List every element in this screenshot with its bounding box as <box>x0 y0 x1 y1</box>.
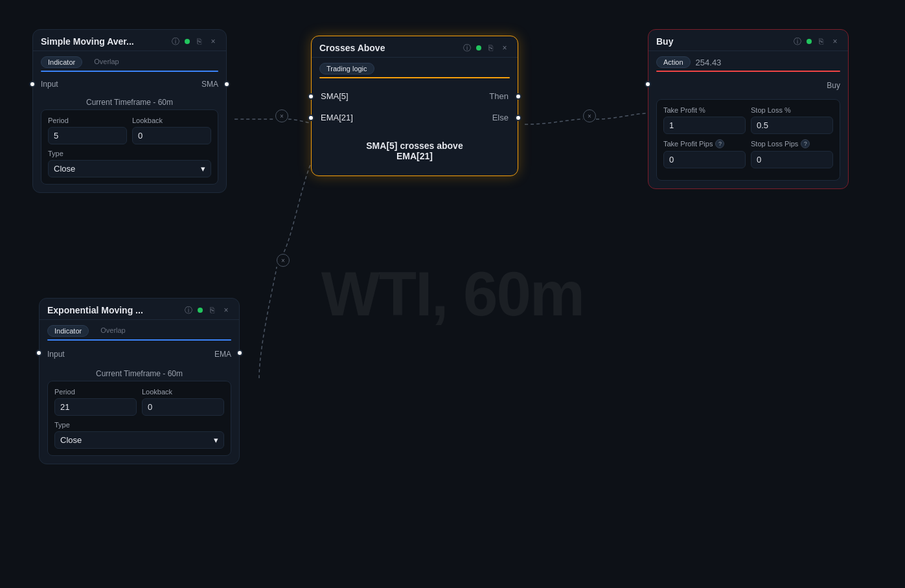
ema-info-icon[interactable]: ⓘ <box>183 305 194 315</box>
crosses-logic-keyword-text: crosses above <box>400 141 463 151</box>
buy-info-icon[interactable]: ⓘ <box>792 36 803 47</box>
crosses-copy-icon[interactable]: ⎘ <box>485 43 496 53</box>
stop-loss-pips-input[interactable] <box>751 151 833 168</box>
take-profit-pips-help-icon[interactable]: ? <box>715 139 724 148</box>
ema-tab-overlap[interactable]: Overlap <box>94 325 132 337</box>
sma-lookback-input[interactable] <box>132 127 211 144</box>
sma-close-icon[interactable]: × <box>208 36 218 47</box>
x-connector-1[interactable]: × <box>275 109 288 122</box>
ema-tab-indicator[interactable]: Indicator <box>47 325 89 337</box>
ema-card-title: Exponential Moving ... <box>47 305 179 315</box>
sma-output-label: SMA <box>201 80 218 89</box>
buy-body: Buy Take Profit % Stop Loss % <box>648 72 848 188</box>
ema-lookback-input[interactable] <box>142 398 224 416</box>
ema-card: Exponential Moving ... ⓘ ⎘ × Indicator O… <box>39 298 240 464</box>
ema-type-label: Type <box>54 421 224 429</box>
crosses-logic-part1: SMA[5] <box>366 141 397 151</box>
ema-tabs: Indicator Overlap <box>40 320 239 339</box>
ema-status-dot <box>198 308 203 313</box>
sma-input-port[interactable] <box>29 81 36 87</box>
sma-card: Simple Moving Aver... ⓘ ⎘ × Indicator Ov… <box>32 29 227 193</box>
sma-tabs: Indicator Overlap <box>33 51 226 71</box>
stop-loss-pct-input[interactable] <box>751 117 833 134</box>
crosses-status-dot <box>476 45 481 51</box>
crosses-sma-label: SMA[5] <box>321 91 349 101</box>
sma-type-chevron: ▾ <box>201 164 205 174</box>
crosses-ema-port[interactable] <box>308 115 314 121</box>
sma-period-label: Period <box>48 117 127 124</box>
buy-copy-icon[interactable]: ⎘ <box>816 36 826 47</box>
ema-copy-icon[interactable]: ⎘ <box>207 305 217 315</box>
stop-loss-pips-help-icon[interactable]: ? <box>801 139 810 148</box>
crosses-then-label: Then <box>489 91 509 101</box>
crosses-else-port[interactable] <box>515 115 521 121</box>
sma-type-value: Close <box>54 164 75 174</box>
ema-period-label: Period <box>54 388 137 396</box>
crosses-tabs: Trading logic <box>312 58 518 77</box>
buy-port-row: Buy <box>656 80 840 91</box>
buy-card-title: Buy <box>656 36 788 47</box>
buy-status-dot <box>807 39 812 44</box>
sma-card-title: Simple Moving Aver... <box>41 36 166 47</box>
ema-timeframe: Current Timeframe - 60m <box>47 365 231 381</box>
crosses-logic-part2: EMA[21] <box>396 151 433 161</box>
sma-copy-icon[interactable]: ⎘ <box>194 36 204 47</box>
crosses-card: Crosses Above ⓘ ⎘ × Trading logic SMA[5] <box>311 36 518 176</box>
buy-tabs: Action 254.43 <box>648 51 848 71</box>
take-profit-pct-label: Take Profit % <box>663 106 746 114</box>
ema-close-icon[interactable]: × <box>221 305 231 315</box>
sma-info-icon[interactable]: ⓘ <box>170 36 181 47</box>
ema-type-chevron: ▾ <box>214 435 218 445</box>
stop-loss-pips-label: Stop Loss Pips ? <box>751 139 833 148</box>
sma-input-label: Input <box>41 80 58 89</box>
sma-card-header: Simple Moving Aver... ⓘ ⎘ × <box>33 30 226 51</box>
x-connector-3[interactable]: × <box>277 254 290 267</box>
buy-input-port[interactable] <box>645 81 651 87</box>
crosses-body: SMA[5] EMA[21] Then Else <box>312 78 518 175</box>
sma-output-port[interactable] <box>223 81 230 87</box>
ema-input-port[interactable] <box>36 350 42 356</box>
crosses-sma-port[interactable] <box>308 93 314 100</box>
ema-lookback-label: Lookback <box>142 388 224 396</box>
ema-type-select[interactable]: Close ▾ <box>54 431 224 449</box>
buy-close-icon[interactable]: × <box>830 36 840 47</box>
canvas: WTI, 60m × × × Simple Moving Aver... ⓘ ⎘… <box>0 0 905 588</box>
take-profit-pips-label: Take Profit Pips ? <box>663 139 746 148</box>
crosses-close-icon[interactable]: × <box>499 43 510 53</box>
crosses-card-title: Crosses Above <box>319 43 458 53</box>
sma-type-select[interactable]: Close ▾ <box>48 160 211 177</box>
x-connector-2[interactable]: × <box>583 109 596 122</box>
crosses-card-header: Crosses Above ⓘ ⎘ × <box>312 36 518 58</box>
ema-input-label: Input <box>47 350 65 359</box>
sma-period-input[interactable] <box>48 127 127 144</box>
ema-period-input[interactable] <box>54 398 137 416</box>
ema-output-label: EMA <box>214 350 231 359</box>
sma-lookback-label: Lookback <box>132 117 211 124</box>
crosses-ema-label: EMA[21] <box>321 113 353 122</box>
ema-type-value: Close <box>60 435 82 445</box>
buy-card: Buy ⓘ ⎘ × Action 254.43 Buy Take Profit … <box>648 29 849 189</box>
sma-tab-overlap[interactable]: Overlap <box>87 56 126 68</box>
ema-output-port[interactable] <box>236 350 243 356</box>
sma-status-dot <box>185 39 190 44</box>
sma-body: Input SMA Current Timeframe - 60m Period… <box>33 72 226 192</box>
crosses-logic-display: SMA[5] crosses above EMA[21] <box>321 128 509 168</box>
crosses-else-label: Else <box>492 113 509 122</box>
buy-card-header: Buy ⓘ ⎘ × <box>648 30 848 51</box>
crosses-then-port[interactable] <box>515 93 521 100</box>
sma-tab-indicator[interactable]: Indicator <box>41 56 82 68</box>
sma-type-label: Type <box>48 150 211 157</box>
buy-tab-action[interactable]: Action <box>656 56 691 68</box>
crosses-info-icon[interactable]: ⓘ <box>462 43 472 53</box>
crosses-tab-trading-logic[interactable]: Trading logic <box>319 63 374 74</box>
sma-inner-box: Period Lookback Type Close ▾ <box>41 109 218 185</box>
ema-body: Input EMA Current Timeframe - 60m Period… <box>40 341 239 464</box>
ema-ports: Input EMA <box>47 348 231 360</box>
watermark-text: WTI, 60m <box>321 258 584 330</box>
buy-inner-box: Take Profit % Stop Loss % Take Profit Pi… <box>656 99 840 181</box>
sma-ports: Input SMA <box>41 80 218 89</box>
buy-amount-display: 254.43 <box>696 58 722 67</box>
take-profit-pct-input[interactable] <box>663 117 746 134</box>
ema-inner-box: Period Lookback Type Close ▾ <box>47 381 231 456</box>
take-profit-pips-input[interactable] <box>663 151 746 168</box>
